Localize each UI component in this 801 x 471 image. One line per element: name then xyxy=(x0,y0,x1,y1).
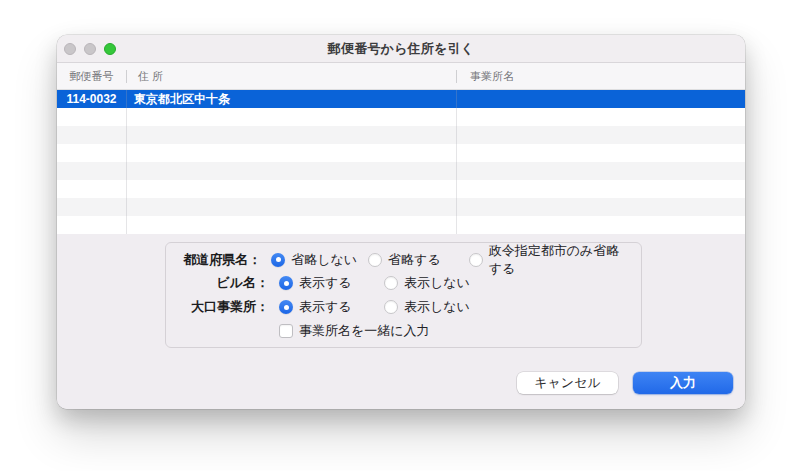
column-header-postal-code[interactable]: 郵便番号 xyxy=(57,69,126,84)
radio-on-icon xyxy=(279,300,293,314)
radio-label: 省略しない xyxy=(291,251,357,269)
table-row[interactable] xyxy=(57,108,745,126)
radio-large-office-show[interactable]: 表示する xyxy=(279,298,374,316)
radio-building-show[interactable]: 表示する xyxy=(279,274,374,292)
traffic-lights xyxy=(64,43,116,55)
column-divider[interactable] xyxy=(126,70,127,83)
column-separator-line xyxy=(456,90,457,234)
radio-off-icon xyxy=(368,253,382,267)
radio-label: 政令指定都市のみ省略する xyxy=(489,242,631,278)
minimize-icon[interactable] xyxy=(84,43,96,55)
prefecture-option-row: 都道府県名： 省略しない 省略する 政令指定都市のみ省略する xyxy=(176,250,631,269)
radio-label: 表示する xyxy=(299,298,352,316)
zoom-icon[interactable] xyxy=(104,43,116,55)
checkbox-icon xyxy=(279,324,293,338)
checkbox-enter-office-name[interactable]: 事業所名を一緒に入力 xyxy=(279,322,430,340)
submit-button[interactable]: 入力 xyxy=(633,372,733,394)
column-header-office-name[interactable]: 事業所名 xyxy=(456,69,745,84)
radio-off-icon xyxy=(384,300,398,314)
radio-label: 表示しない xyxy=(404,274,470,292)
action-buttons: キャンセル 入力 xyxy=(517,372,733,394)
office-name-checkbox-row: 事業所名を一緒に入力 xyxy=(176,321,631,340)
table-row[interactable] xyxy=(57,180,745,198)
radio-off-icon xyxy=(469,253,483,267)
window-title: 郵便番号から住所を引く xyxy=(328,40,474,58)
radio-large-office-hide[interactable]: 表示しない xyxy=(384,298,470,316)
column-separator-line xyxy=(126,90,127,234)
building-name-option-row: ビル名： 表示する 表示しない xyxy=(176,274,631,293)
large-office-option-row: 大口事業所： 表示する 表示しない xyxy=(176,298,631,317)
table-row[interactable]: 114-0032 東京都北区中十条 xyxy=(57,90,745,108)
prefecture-label: 都道府県名： xyxy=(176,251,261,269)
cell-address: 東京都北区中十条 xyxy=(126,91,456,108)
cell-postal-code: 114-0032 xyxy=(57,92,126,106)
table-row[interactable] xyxy=(57,198,745,216)
column-divider[interactable] xyxy=(456,70,457,83)
title-bar: 郵便番号から住所を引く xyxy=(57,35,745,63)
radio-prefecture-omit[interactable]: 省略する xyxy=(368,251,459,269)
radio-prefecture-omit-designated-cities[interactable]: 政令指定都市のみ省略する xyxy=(469,242,631,278)
table-row[interactable] xyxy=(57,126,745,144)
radio-on-icon xyxy=(279,276,293,290)
building-name-label: ビル名： xyxy=(176,274,269,292)
postal-lookup-dialog: 郵便番号から住所を引く 郵便番号 住 所 事業所名 114-0032 東京都北区… xyxy=(57,35,745,409)
large-office-label: 大口事業所： xyxy=(176,298,269,316)
table-row[interactable] xyxy=(57,144,745,162)
radio-prefecture-no-omit[interactable]: 省略しない xyxy=(271,251,358,269)
radio-label: 表示する xyxy=(299,274,352,292)
table-row[interactable] xyxy=(57,216,745,234)
radio-off-icon xyxy=(384,276,398,290)
options-groupbox: 都道府県名： 省略しない 省略する 政令指定都市のみ省略する ビル名： xyxy=(165,242,642,348)
table-row[interactable] xyxy=(57,162,745,180)
checkbox-label: 事業所名を一緒に入力 xyxy=(299,322,430,340)
table-header-row: 郵便番号 住 所 事業所名 xyxy=(57,63,745,90)
column-header-address[interactable]: 住 所 xyxy=(126,69,456,84)
cancel-button[interactable]: キャンセル xyxy=(517,372,618,394)
results-table: 郵便番号 住 所 事業所名 114-0032 東京都北区中十条 xyxy=(57,63,745,234)
options-panel: 都道府県名： 省略しない 省略する 政令指定都市のみ省略する ビル名： xyxy=(57,234,745,409)
radio-on-icon xyxy=(271,253,285,267)
radio-building-hide[interactable]: 表示しない xyxy=(384,274,470,292)
radio-label: 省略する xyxy=(388,251,441,269)
close-icon[interactable] xyxy=(64,43,76,55)
radio-label: 表示しない xyxy=(404,298,470,316)
